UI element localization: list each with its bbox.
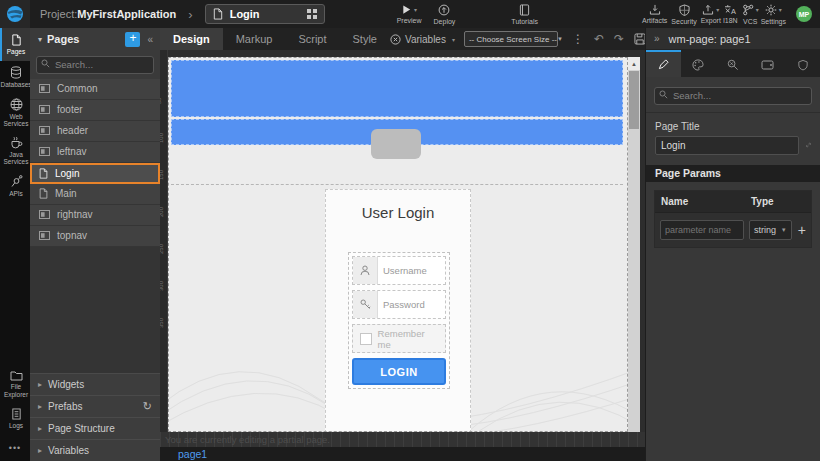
page-title-label: Page Title bbox=[646, 113, 820, 136]
page-item-main[interactable]: Main bbox=[30, 184, 160, 205]
tab-style[interactable]: Style bbox=[340, 28, 390, 50]
page-item-footer[interactable]: footer bbox=[30, 100, 160, 121]
tab-design[interactable]: Design bbox=[160, 28, 223, 50]
tab-events[interactable] bbox=[716, 50, 751, 77]
preview-button[interactable]: ▾ Preview bbox=[397, 4, 422, 24]
pages-search-input[interactable] bbox=[36, 56, 154, 74]
rail-item-apis[interactable]: APIs bbox=[0, 170, 30, 203]
password-row[interactable] bbox=[352, 290, 446, 319]
database-icon bbox=[10, 66, 22, 79]
properties-search-input[interactable] bbox=[654, 87, 812, 105]
param-name-input[interactable] bbox=[660, 220, 744, 240]
username-caption-cell bbox=[353, 257, 378, 284]
param-type-select[interactable]: string ▼ bbox=[749, 220, 792, 240]
header-widget-placeholder[interactable] bbox=[171, 60, 623, 117]
device-icon bbox=[761, 60, 774, 70]
more-menu-icon[interactable]: ⋮ bbox=[572, 33, 584, 45]
page-item-topnav[interactable]: topnav bbox=[30, 226, 160, 247]
refresh-icon[interactable]: ↻ bbox=[143, 400, 152, 413]
login-form[interactable]: Remember me LOGIN bbox=[348, 252, 450, 389]
section-variables[interactable]: ▸ Variables bbox=[30, 439, 160, 461]
rail-item-file-explorer[interactable]: File Explorer bbox=[0, 366, 30, 402]
partial-icon bbox=[39, 105, 50, 114]
book-icon bbox=[519, 4, 530, 16]
security-button[interactable]: Security bbox=[671, 4, 696, 25]
variables-dropdown[interactable]: Variables ▾ bbox=[390, 34, 455, 45]
artifacts-button[interactable]: Artifacts bbox=[642, 4, 667, 24]
deploy-icon bbox=[438, 4, 450, 16]
pencil-icon bbox=[658, 59, 669, 70]
scrollbar-thumb[interactable] bbox=[629, 71, 639, 129]
add-page-button[interactable]: + bbox=[125, 32, 140, 47]
log-file-icon bbox=[11, 408, 22, 420]
play-icon bbox=[401, 4, 412, 15]
page-title-input[interactable] bbox=[655, 136, 799, 155]
rail-item-logs[interactable]: Logs bbox=[0, 402, 30, 435]
scroll-up-icon[interactable]: ▲ bbox=[628, 57, 640, 70]
coffee-cup-icon bbox=[10, 136, 23, 149]
i18n-button[interactable]: A I18N bbox=[723, 4, 738, 24]
rail-spacer bbox=[0, 203, 30, 366]
remember-me-row[interactable]: Remember me bbox=[352, 324, 446, 353]
tab-security[interactable] bbox=[785, 50, 820, 77]
section-widgets[interactable]: ▸ Widgets bbox=[30, 373, 160, 395]
tab-script[interactable]: Script bbox=[285, 28, 339, 50]
screen-size-select[interactable]: -- Choose Screen Size -- ▼ bbox=[464, 31, 558, 47]
chevron-down-icon[interactable]: ▾ bbox=[779, 7, 782, 13]
tutorials-button[interactable]: Tutorials bbox=[511, 4, 538, 25]
login-button[interactable]: LOGIN bbox=[352, 358, 446, 385]
username-row[interactable] bbox=[352, 256, 446, 285]
section-prefabs[interactable]: ▸ Prefabs ↻ bbox=[30, 395, 160, 417]
vcs-button[interactable]: ▾ VCS bbox=[742, 4, 759, 25]
page-item-leftnav[interactable]: leftnav bbox=[30, 142, 160, 163]
chevron-down-icon[interactable]: ▾ bbox=[756, 7, 759, 13]
canvas-scrollbar[interactable]: ▲ ▼ bbox=[628, 57, 640, 447]
chevron-down-icon[interactable]: ▾ bbox=[38, 35, 42, 44]
username-input[interactable] bbox=[378, 257, 445, 284]
open-page-tab-label: Login bbox=[230, 8, 300, 20]
remember-me-checkbox[interactable] bbox=[360, 333, 372, 345]
undo-icon[interactable]: ↶ bbox=[594, 33, 604, 45]
globe-icon bbox=[10, 98, 23, 111]
redo-icon[interactable]: ↷ bbox=[614, 33, 624, 45]
page-design-surface[interactable]: User Login bbox=[168, 57, 628, 432]
open-page-tab[interactable]: Login bbox=[205, 4, 325, 24]
logo-placeholder[interactable] bbox=[371, 129, 421, 159]
selected-widget-label: wm-page: page1 bbox=[669, 33, 751, 45]
status-page-link[interactable]: page1 bbox=[178, 448, 207, 460]
page-item-rightnav[interactable]: rightnav bbox=[30, 205, 160, 226]
page-item-common[interactable]: Common bbox=[30, 79, 160, 100]
deploy-button[interactable]: Deploy bbox=[434, 4, 456, 25]
chevron-right-icon: ▸ bbox=[38, 402, 42, 411]
grid-icon[interactable] bbox=[307, 9, 317, 19]
rail-item-web-services[interactable]: Web Services bbox=[0, 94, 30, 132]
export-button[interactable]: ▾ Export bbox=[701, 4, 721, 24]
rail-item-pages[interactable]: Pages bbox=[0, 28, 30, 61]
artifacts-download-icon bbox=[649, 4, 661, 15]
link-icon[interactable] bbox=[806, 139, 811, 151]
collapse-left-panel-icon[interactable]: « bbox=[145, 34, 155, 45]
page-item-login-selected[interactable]: Login bbox=[30, 163, 160, 184]
user-avatar[interactable]: MP bbox=[796, 6, 812, 22]
status-bar: page1 bbox=[160, 447, 645, 461]
page-params-row: string ▼ + bbox=[655, 213, 811, 247]
page-item-header[interactable]: header bbox=[30, 121, 160, 142]
wavemaker-logo[interactable] bbox=[0, 0, 30, 28]
search-icon bbox=[659, 90, 668, 99]
tab-properties[interactable] bbox=[646, 50, 681, 77]
tab-markup[interactable]: Markup bbox=[223, 28, 286, 50]
tab-styles[interactable] bbox=[681, 50, 716, 77]
more-options-icon[interactable]: ••• bbox=[0, 435, 30, 461]
password-input[interactable] bbox=[378, 291, 445, 318]
add-param-button[interactable]: + bbox=[798, 223, 806, 237]
rail-item-databases[interactable]: Databases bbox=[0, 61, 30, 94]
section-page-structure[interactable]: ▸ Page Structure bbox=[30, 417, 160, 439]
login-card[interactable]: User Login bbox=[325, 189, 471, 432]
chevron-down-icon[interactable]: ▾ bbox=[414, 7, 417, 13]
chevron-down-icon[interactable]: ▾ bbox=[716, 7, 719, 13]
settings-button[interactable]: ▾ Settings bbox=[761, 4, 786, 25]
shield-outline-icon bbox=[798, 59, 808, 71]
collapse-right-panel-icon[interactable]: » bbox=[654, 33, 660, 44]
tab-devices[interactable] bbox=[750, 50, 785, 77]
rail-item-java-services[interactable]: Java Services bbox=[0, 132, 30, 170]
